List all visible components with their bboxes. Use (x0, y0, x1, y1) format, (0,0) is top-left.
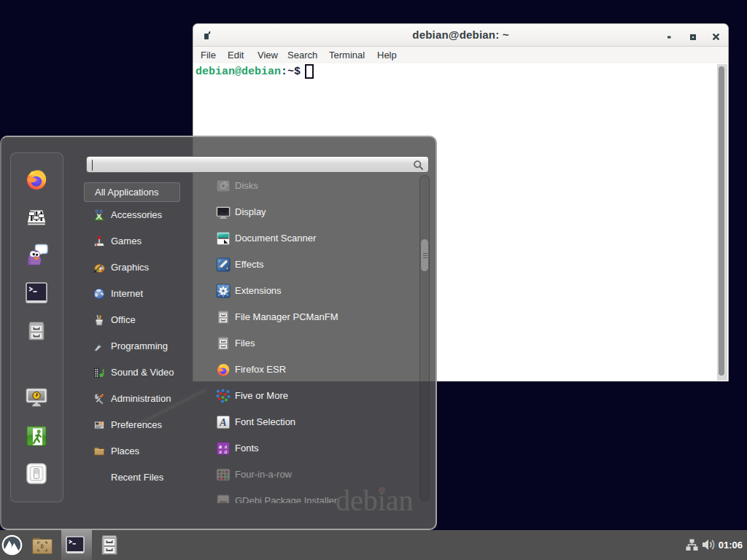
svg-text:a: a (219, 448, 222, 455)
svg-text:a: a (225, 448, 228, 455)
svg-text:A: A (219, 417, 226, 428)
